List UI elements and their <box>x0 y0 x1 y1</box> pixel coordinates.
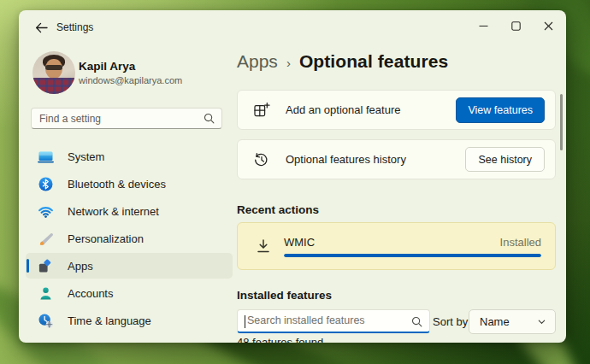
sidebar-item-label: Personalization <box>68 232 144 245</box>
installed-features-search-input[interactable] <box>247 311 410 330</box>
avatar-shirt <box>32 78 75 94</box>
sort-by-label: Sort by: <box>433 315 471 328</box>
download-icon <box>255 238 272 255</box>
window-title: Settings <box>56 21 93 33</box>
installed-features-search[interactable] <box>237 309 430 333</box>
close-icon <box>544 21 553 31</box>
sidebar-item-label: Time & language <box>68 314 151 327</box>
sidebar-item-label: Accounts <box>68 287 113 300</box>
search-icon <box>204 113 215 124</box>
back-button[interactable] <box>29 17 53 38</box>
bluetooth-icon <box>38 176 54 192</box>
settings-window: Settings Kapil Arya windows@kapilarya.co… <box>19 10 566 343</box>
text-caret <box>245 315 245 328</box>
sort-dropdown-value: Name <box>480 315 510 328</box>
recent-action-wmic[interactable]: WMIC Installed <box>237 222 556 270</box>
page-title: Optional features <box>299 51 448 72</box>
minimize-button[interactable] <box>467 15 499 37</box>
sidebar-item-personalization[interactable]: Personalization <box>26 226 233 251</box>
breadcrumb: Apps › Optional features <box>237 51 448 72</box>
breadcrumb-separator: › <box>286 54 291 70</box>
feature-name: WMIC <box>284 236 315 249</box>
personalization-icon <box>38 231 54 247</box>
search-icon <box>411 316 422 327</box>
avatar[interactable] <box>32 51 75 94</box>
card-label: Add an optional feature <box>286 103 456 116</box>
history-icon <box>253 151 270 168</box>
view-features-button[interactable]: View features <box>456 97 545 123</box>
sidebar-nav: System Bluetooth & devices <box>26 144 233 333</box>
user-name: Kapil Arya <box>79 60 135 73</box>
accounts-icon <box>38 285 54 302</box>
see-history-button[interactable]: See history <box>465 147 545 172</box>
sidebar-item-system[interactable]: System <box>26 144 233 169</box>
find-a-setting-search[interactable] <box>31 108 222 129</box>
scrollbar[interactable] <box>560 94 563 150</box>
maximize-button[interactable] <box>499 15 532 37</box>
sidebar-item-bluetooth-devices[interactable]: Bluetooth & devices <box>26 171 233 197</box>
progress-bar <box>284 254 541 257</box>
minimize-icon <box>479 21 488 31</box>
selected-indicator <box>27 259 29 273</box>
sidebar-item-accounts[interactable]: Accounts <box>26 280 233 306</box>
recent-action-body: WMIC Installed <box>284 236 541 257</box>
apps-icon <box>38 258 54 274</box>
breadcrumb-apps[interactable]: Apps <box>237 51 278 72</box>
sidebar-item-label: Bluetooth & devices <box>68 178 166 191</box>
recent-actions-heading: Recent actions <box>237 203 319 216</box>
sidebar-item-time-language[interactable]: Time & language <box>26 308 233 333</box>
system-icon <box>38 149 54 165</box>
add-feature-icon <box>253 102 270 119</box>
results-count-text: 48 features found <box>237 336 323 343</box>
sidebar-item-label: Apps <box>68 260 93 273</box>
window-controls <box>467 15 564 37</box>
sort-dropdown[interactable]: Name <box>469 309 556 334</box>
close-button[interactable] <box>532 15 564 37</box>
find-a-setting-input[interactable] <box>39 109 198 127</box>
user-email: windows@kapilarya.com <box>79 75 182 85</box>
maximize-icon <box>511 21 521 31</box>
add-optional-feature-card: Add an optional feature View features <box>237 90 556 130</box>
chevron-down-icon <box>537 317 546 326</box>
status-badge: Installed <box>500 236 541 249</box>
back-arrow-icon <box>35 22 48 33</box>
time-language-icon <box>38 313 54 329</box>
optional-features-history-card: Optional features history See history <box>237 139 556 179</box>
sidebar-item-label: System <box>68 150 104 163</box>
progress-fill <box>284 254 541 257</box>
avatar-sunglasses <box>45 65 62 70</box>
sidebar-item-apps[interactable]: Apps <box>26 253 233 279</box>
installed-features-heading: Installed features <box>237 289 332 302</box>
network-icon <box>38 203 54 220</box>
sidebar-item-network-internet[interactable]: Network & internet <box>26 198 233 224</box>
card-label: Optional features history <box>286 153 465 166</box>
sidebar-item-label: Network & internet <box>68 205 159 218</box>
